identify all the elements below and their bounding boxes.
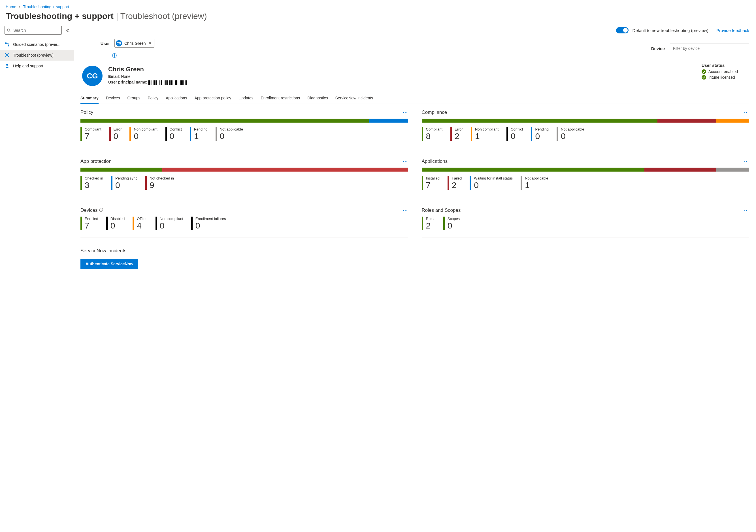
breadcrumb-home[interactable]: Home xyxy=(6,5,16,9)
card-applications-bar xyxy=(422,168,749,172)
stat-stripe xyxy=(443,217,445,230)
authenticate-servicenow-button[interactable]: Authenticate ServiceNow xyxy=(80,259,138,269)
stat-roles[interactable]: Roles2 xyxy=(422,217,435,230)
stat-enrollment-failures[interactable]: Enrollment failures0 xyxy=(191,217,226,230)
device-filter-input[interactable] xyxy=(670,43,749,53)
stat-value: 8 xyxy=(426,131,443,141)
stat-error[interactable]: Error0 xyxy=(109,127,122,141)
provide-feedback-link[interactable]: Provide feedback xyxy=(716,28,749,33)
page-title-main: Troubleshooting + support xyxy=(6,11,114,21)
stat-failed[interactable]: Failed2 xyxy=(447,176,462,190)
stat-stripe xyxy=(80,127,82,141)
card-app-protection: App protection ··· Checked in3Pending sy… xyxy=(80,159,408,197)
stat-label: Compliant xyxy=(85,127,101,131)
status-account-enabled: Account enabled xyxy=(702,69,738,74)
stat-value: 0 xyxy=(561,131,584,141)
card-servicenow-title: ServiceNow incidents xyxy=(80,248,749,254)
stat-stripe xyxy=(470,176,471,190)
svg-point-6 xyxy=(6,64,8,66)
stat-installed[interactable]: Installed7 xyxy=(422,176,440,190)
stat-conflict[interactable]: Conflict0 xyxy=(165,127,182,141)
sidebar-search[interactable] xyxy=(5,26,62,35)
stat-value: 2 xyxy=(455,131,463,141)
sidebar-item-help-support[interactable]: Help and support xyxy=(0,61,74,71)
card-policy-title: Policy xyxy=(80,110,93,115)
stat-not-checked-in[interactable]: Not checked in9 xyxy=(145,176,174,190)
tab-diagnostics[interactable]: Diagnostics xyxy=(307,93,328,104)
card-compliance-menu[interactable]: ··· xyxy=(744,110,749,115)
user-chip-close[interactable] xyxy=(148,40,152,46)
sidebar-collapse-button[interactable] xyxy=(64,26,71,34)
card-policy-menu[interactable]: ··· xyxy=(403,110,408,115)
stat-stripe xyxy=(216,127,217,141)
card-devices: Devices ··· Enrolled7Disabled0Offline4No… xyxy=(80,207,408,238)
card-applications-menu[interactable]: ··· xyxy=(744,159,749,164)
stat-not-applicable[interactable]: Not applicable1 xyxy=(521,176,548,190)
stat-label: Scopes xyxy=(447,217,460,221)
stat-value: 2 xyxy=(426,221,435,230)
stat-value: 0 xyxy=(511,131,523,141)
user-chip[interactable]: CG Chris Green xyxy=(115,39,154,47)
info-icon[interactable] xyxy=(99,207,103,213)
stat-stripe xyxy=(111,176,113,190)
tab-groups[interactable]: Groups xyxy=(127,93,141,104)
status-intune-licensed: Intune licensed xyxy=(702,75,738,80)
stat-not-applicable[interactable]: Not applicable0 xyxy=(216,127,243,141)
tab-applications[interactable]: Applications xyxy=(166,93,187,104)
stat-stripe xyxy=(80,176,82,190)
stat-value: 2 xyxy=(452,180,462,190)
breadcrumb: Home › Troubleshooting + support xyxy=(0,0,756,10)
tab-summary[interactable]: Summary xyxy=(80,93,98,104)
stat-non-compliant[interactable]: Non compliant1 xyxy=(471,127,499,141)
stat-stripe xyxy=(145,176,147,190)
stat-disabled[interactable]: Disabled0 xyxy=(106,217,125,230)
stat-pending[interactable]: Pending1 xyxy=(190,127,208,141)
stat-value: 7 xyxy=(85,221,98,230)
stat-compliant[interactable]: Compliant7 xyxy=(80,127,101,141)
tab-updates[interactable]: Updates xyxy=(238,93,253,104)
breadcrumb-separator: › xyxy=(19,5,20,9)
bar-segment xyxy=(658,119,716,122)
stat-compliant[interactable]: Compliant8 xyxy=(422,127,443,141)
card-roles-scopes-menu[interactable]: ··· xyxy=(744,208,749,213)
tab-app-protection-policy[interactable]: App protection policy xyxy=(194,93,231,104)
stat-offline[interactable]: Offline4 xyxy=(133,217,147,230)
stat-value: 7 xyxy=(426,180,440,190)
stat-value: 9 xyxy=(149,180,174,190)
card-app-protection-menu[interactable]: ··· xyxy=(403,159,408,164)
info-icon[interactable] xyxy=(112,53,117,58)
stat-stripe xyxy=(422,127,423,141)
stat-value: 0 xyxy=(447,221,460,230)
stat-non-compliant[interactable]: Non compliant0 xyxy=(155,217,183,230)
tab-policy[interactable]: Policy xyxy=(148,93,158,104)
stat-label: Installed xyxy=(426,176,440,180)
card-devices-menu[interactable]: ··· xyxy=(403,208,408,213)
stat-enrolled[interactable]: Enrolled7 xyxy=(80,217,98,230)
breadcrumb-section[interactable]: Troubleshooting + support xyxy=(23,5,69,9)
stat-scopes[interactable]: Scopes0 xyxy=(443,217,460,230)
stat-checked-in[interactable]: Checked in3 xyxy=(80,176,103,190)
tab-servicenow-incidents[interactable]: ServiceNow incidents xyxy=(335,93,373,104)
card-applications-title: Applications xyxy=(422,159,448,164)
sidebar-item-guided-scenarios[interactable]: Guided scenarios (previe... xyxy=(0,39,74,50)
upn-barcode xyxy=(148,80,187,85)
stat-conflict[interactable]: Conflict0 xyxy=(506,127,523,141)
toggle-label: Default to new troubleshooting (preview) xyxy=(633,28,708,33)
bar-segment xyxy=(369,119,408,122)
stat-pending-sync[interactable]: Pending sync0 xyxy=(111,176,137,190)
card-app-protection-title: App protection xyxy=(80,159,112,164)
tab-enrollment-restrictions[interactable]: Enrollment restrictions xyxy=(261,93,300,104)
bar-segment xyxy=(422,168,644,172)
sidebar-item-troubleshoot[interactable]: Troubleshoot (preview) xyxy=(0,50,74,61)
guided-scenarios-icon xyxy=(5,42,10,47)
sidebar-search-input[interactable] xyxy=(5,26,62,35)
stat-error[interactable]: Error2 xyxy=(450,127,463,141)
card-policy-stats: Compliant7Error0Non compliant0Conflict0P… xyxy=(80,127,408,141)
stat-waiting-for-install-status[interactable]: Waiting for install status0 xyxy=(470,176,513,190)
stat-non-compliant[interactable]: Non compliant0 xyxy=(129,127,157,141)
tab-devices[interactable]: Devices xyxy=(106,93,120,104)
default-troubleshoot-toggle[interactable] xyxy=(616,27,629,33)
stat-not-applicable[interactable]: Not applicable0 xyxy=(556,127,584,141)
stat-value: 0 xyxy=(170,131,182,141)
stat-pending[interactable]: Pending0 xyxy=(531,127,549,141)
